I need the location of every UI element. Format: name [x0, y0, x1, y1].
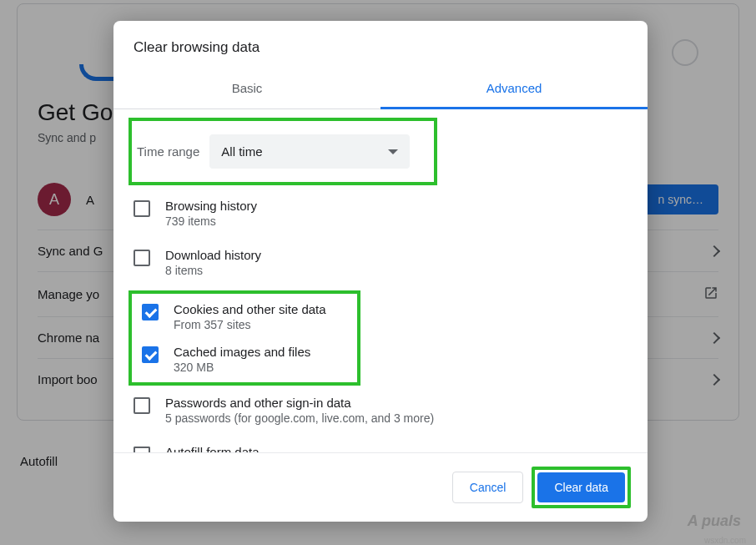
passwords-row[interactable]: Passwords and other sign-in data 5 passw… [129, 386, 643, 435]
clear-browsing-data-dialog: Clear browsing data Basic Advanced Time … [113, 21, 648, 522]
passwords-detail: 5 passwords (for google.com, live.com, a… [165, 411, 434, 425]
dialog-tabs: Basic Advanced [113, 69, 648, 109]
wsxdn-label: wsxdn.com [704, 536, 746, 545]
timerange-selected: All time [221, 144, 262, 159]
download-history-row[interactable]: Download history 8 items [129, 238, 643, 287]
cached-detail: 320 MB [174, 361, 310, 374]
tab-basic[interactable]: Basic [113, 69, 381, 108]
download-history-checkbox[interactable] [134, 250, 150, 266]
autofill-title: Autofill form data [165, 445, 260, 452]
cookies-checkbox[interactable] [142, 304, 159, 320]
dialog-title: Clear browsing data [134, 39, 627, 56]
timerange-dropdown[interactable]: All time [209, 134, 410, 169]
dialog-header: Clear browsing data [113, 21, 648, 69]
chevron-down-icon [388, 149, 398, 154]
cookies-detail: From 357 sites [174, 318, 326, 331]
download-history-detail: 8 items [165, 264, 261, 277]
cached-row[interactable]: Cached images and files 320 MB [134, 338, 355, 381]
autofill-checkbox[interactable] [134, 447, 150, 452]
clear-data-button[interactable]: Clear data [537, 472, 625, 502]
browsing-history-checkbox[interactable] [134, 200, 150, 217]
tab-advanced[interactable]: Advanced [381, 69, 648, 109]
passwords-checkbox[interactable] [134, 397, 150, 414]
timerange-label: Time range [137, 144, 199, 159]
cookies-title: Cookies and other site data [174, 302, 326, 316]
clear-data-highlight: Clear data [532, 467, 631, 508]
browsing-history-detail: 739 items [165, 214, 257, 228]
cookies-cache-highlight: Cookies and other site data From 357 sit… [129, 290, 360, 386]
dialog-body[interactable]: Time range All time Browsing history 739… [113, 109, 648, 452]
dialog-footer: Cancel Clear data [113, 452, 648, 522]
passwords-title: Passwords and other sign-in data [165, 396, 434, 410]
autofill-row[interactable]: Autofill form data [129, 435, 643, 452]
browsing-history-title: Browsing history [165, 199, 257, 213]
cached-checkbox[interactable] [142, 346, 159, 363]
browsing-history-row[interactable]: Browsing history 739 items [129, 189, 643, 238]
cancel-button[interactable]: Cancel [452, 472, 524, 503]
watermark: A puals [688, 512, 741, 530]
cached-title: Cached images and files [174, 345, 310, 359]
download-history-title: Download history [165, 248, 261, 262]
timerange-highlight: Time range All time [129, 118, 437, 185]
cookies-row[interactable]: Cookies and other site data From 357 sit… [134, 295, 355, 338]
